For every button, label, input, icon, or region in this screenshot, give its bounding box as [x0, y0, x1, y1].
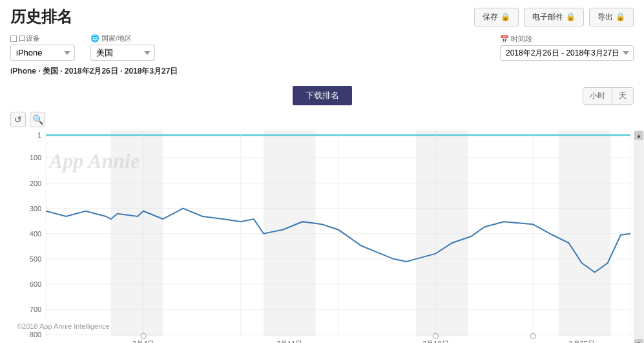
chart-inner: App Annie ©2018 App Annie Intelligence	[10, 130, 634, 343]
scrollbar[interactable]: ▲ ▼	[634, 130, 644, 343]
undo-button[interactable]: ↺	[10, 112, 26, 127]
svg-text:3月4日: 3月4日	[132, 340, 154, 343]
device-filter-group: 口设备 iPhone iPad	[10, 34, 75, 61]
svg-text:1: 1	[37, 131, 41, 139]
page-title: 历史排名	[10, 6, 72, 27]
date-range-label: 📅 时间段	[500, 34, 634, 44]
download-rank-tab[interactable]: 下载排名	[293, 86, 352, 105]
country-select[interactable]: 美国 中国 日本	[90, 45, 155, 61]
scroll-down-arrow[interactable]: ▼	[634, 339, 643, 343]
svg-text:3月18日: 3月18日	[422, 340, 448, 343]
email-lock-icon: 🔒	[566, 12, 576, 21]
svg-rect-2	[416, 130, 468, 336]
svg-point-31	[433, 333, 438, 338]
time-toggle: 小时 天	[583, 87, 634, 105]
save-lock-icon: 🔒	[501, 12, 510, 21]
export-lock-icon: 🔒	[616, 12, 625, 21]
zoom-icon: 🔍	[32, 114, 43, 125]
svg-rect-1	[264, 130, 315, 336]
copyright-text: ©2018 App Annie Intelligence	[17, 322, 110, 330]
header: 历史排名 保存 🔒 电子邮件 🔒 导出 🔒	[0, 0, 644, 31]
svg-rect-3	[559, 130, 610, 336]
scroll-up-arrow[interactable]: ▲	[634, 131, 643, 140]
svg-text:300: 300	[30, 205, 41, 213]
date-range-group: 📅 时间段 2018年2月26日 - 2018年3月27日	[500, 34, 634, 61]
save-button[interactable]: 保存 🔒	[474, 8, 519, 26]
country-filter-group: 🌐 国家/地区 美国 中国 日本	[90, 34, 155, 61]
subtitle-row: iPhone · 美国 · 2018年2月26日 · 2018年3月27日	[0, 65, 644, 82]
calendar-icon: 📅	[500, 35, 509, 43]
chart-tab-row: 下载排名 小时 天	[0, 82, 644, 109]
filters-row: 口设备 iPhone iPad 🌐 国家/地区 美国 中国 日本 📅 时间段 2…	[0, 31, 644, 65]
zoom-button[interactable]: 🔍	[30, 112, 45, 127]
chart-controls: ↺ 🔍	[0, 109, 644, 127]
line-chart: 1 100 200 300 400 500 600 700 800 3月4日 3…	[10, 130, 634, 343]
svg-text:600: 600	[30, 280, 41, 288]
svg-text:100: 100	[30, 154, 41, 161]
svg-text:800: 800	[30, 331, 41, 338]
svg-text:3月11日: 3月11日	[276, 340, 302, 343]
header-actions: 保存 🔒 电子邮件 🔒 导出 🔒	[474, 8, 634, 26]
svg-point-30	[141, 333, 146, 338]
email-button[interactable]: 电子邮件 🔒	[524, 8, 584, 26]
svg-text:200: 200	[30, 179, 41, 187]
svg-text:3月25日: 3月25日	[568, 340, 594, 343]
svg-text:400: 400	[30, 230, 41, 238]
svg-point-32	[530, 333, 535, 338]
chart-area: App Annie ©2018 App Annie Intelligence	[0, 130, 644, 343]
email-label: 电子邮件	[532, 12, 563, 23]
save-label: 保存	[483, 12, 498, 23]
svg-rect-0	[111, 130, 163, 336]
undo-icon: ↺	[14, 114, 22, 125]
device-icon	[10, 36, 17, 42]
svg-text:500: 500	[30, 255, 41, 263]
day-toggle-btn[interactable]: 天	[612, 88, 633, 104]
svg-text:700: 700	[30, 306, 41, 313]
chart-subtitle: iPhone · 美国 · 2018年2月26日 · 2018年3月27日	[10, 67, 178, 76]
device-filter-label: 口设备	[10, 34, 75, 43]
export-label: 导出	[597, 12, 613, 23]
globe-icon: 🌐	[90, 34, 99, 43]
export-button[interactable]: 导出 🔒	[589, 8, 634, 26]
country-filter-label: 🌐 国家/地区	[90, 34, 155, 43]
device-select[interactable]: iPhone iPad	[10, 45, 75, 61]
date-range-select[interactable]: 2018年2月26日 - 2018年3月27日	[500, 45, 634, 61]
hour-toggle-btn[interactable]: 小时	[583, 88, 612, 104]
